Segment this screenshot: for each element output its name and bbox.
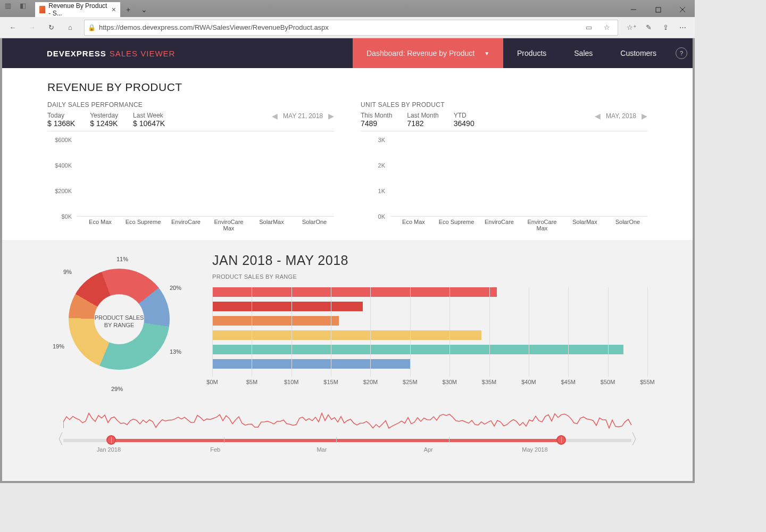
units-prev-button[interactable]: ◀	[595, 112, 601, 120]
units-title: UNIT SALES BY PRODUCT	[361, 101, 647, 109]
range-bar	[212, 302, 363, 311]
x-label: SolarOne	[296, 219, 332, 225]
chevron-down-icon: ▼	[484, 51, 489, 56]
timeline-month-label: Feb	[210, 446, 220, 453]
metric-thismonth-label: This Month	[361, 112, 392, 119]
brand-text-1: DEVEXPRESS	[47, 49, 106, 58]
brand-logo: DEVEXPRESS SALES VIEWER	[2, 38, 175, 68]
donut-center-2: BY RANGE	[47, 321, 191, 329]
app-header: DEVEXPRESS SALES VIEWER Dashboard: Reven…	[2, 38, 693, 68]
range-next-button[interactable]: 〉	[630, 429, 645, 450]
donut-chart: PRODUCT SALES BY RANGE 11%20%13%29%19%9%	[47, 253, 191, 396]
hx-label: $5M	[246, 379, 257, 385]
timeline-month-label: Jan 2018	[97, 446, 121, 453]
browser-tab[interactable]: Revenue By Product - S... ×	[35, 2, 120, 17]
nav-customers[interactable]: Customers	[606, 38, 670, 68]
hx-label: $50M	[601, 379, 615, 385]
browser-nav-bar: ← → ↻ ⌂ 🔒 https://demos.devexpress.com/R…	[0, 17, 695, 38]
daily-next-button[interactable]: ▶	[328, 112, 334, 120]
donut-slice-label: 19%	[53, 343, 64, 350]
minimize-button[interactable]	[621, 2, 646, 17]
x-label: SolarMax	[254, 219, 290, 225]
units-date-label: MAY, 2018	[606, 112, 636, 120]
url-text: https://demos.devexpress.com/RWA/SalesVi…	[99, 23, 329, 31]
refresh-button[interactable]: ↻	[43, 19, 60, 36]
lock-icon: 🔒	[88, 24, 96, 31]
reading-view-icon[interactable]: ▭	[581, 23, 596, 31]
metric-ytd-label: YTD	[454, 112, 474, 119]
donut-center-1: PRODUCT SALES	[47, 314, 191, 321]
x-label: Eco Max	[396, 219, 432, 225]
y-tick: $200K	[55, 188, 72, 194]
metric-ytd-value: 36490	[454, 119, 474, 128]
favorite-star-icon[interactable]: ☆	[600, 23, 614, 31]
metric-lastweek-value: $ 10647K	[133, 119, 165, 128]
win-group-icon[interactable]: ▥	[2, 0, 14, 14]
x-label: EnviroCare	[481, 219, 518, 225]
hx-label: $55M	[640, 379, 655, 385]
y-tick: $400K	[55, 162, 72, 169]
x-label: EnviroCare Max	[524, 219, 560, 231]
donut-slice-label: 13%	[170, 348, 181, 355]
range-bar	[212, 345, 623, 354]
maximize-button[interactable]	[646, 2, 670, 17]
metric-yesterday-value: $ 1249K	[90, 119, 118, 128]
close-window-button[interactable]	[670, 2, 695, 17]
win-dock-icon[interactable]: ◧	[17, 0, 29, 14]
range-prev-button[interactable]: 〈	[49, 429, 64, 450]
range-title: JAN 2018 - MAY 2018	[212, 253, 647, 268]
hx-label: $0M	[206, 379, 218, 385]
help-button[interactable]: ?	[670, 38, 693, 68]
x-label: SolarOne	[610, 219, 646, 225]
nav-products[interactable]: Products	[503, 38, 560, 68]
home-button[interactable]: ⌂	[62, 19, 79, 36]
metric-thismonth-value: 7489	[361, 119, 392, 128]
unit-sales-panel: UNIT SALES BY PRODUCT This Month7489 Las…	[361, 101, 647, 230]
range-bar	[212, 359, 410, 369]
units-next-button[interactable]: ▶	[642, 112, 647, 120]
favorites-icon[interactable]: ☆⁺	[623, 19, 639, 36]
units-bar-chart: 3K2K1K0K Eco MaxEco SupremeEnviroCareEnv…	[361, 140, 647, 230]
hx-label: $10M	[284, 379, 299, 385]
hx-label: $25M	[403, 379, 418, 385]
tab-close-icon[interactable]: ×	[112, 5, 116, 14]
range-bar	[212, 330, 481, 340]
donut-slice-label: 29%	[111, 386, 123, 392]
nav-sales[interactable]: Sales	[560, 38, 606, 68]
new-tab-button[interactable]: +	[120, 2, 136, 17]
timeline-month-label: Mar	[317, 446, 327, 453]
help-icon: ?	[676, 47, 687, 59]
daily-date-label: MAY 21, 2018	[283, 112, 323, 120]
nav-dashboard[interactable]: Dashboard: Revenue by Product ▼	[353, 38, 503, 68]
donut-slice-label: 20%	[170, 285, 181, 291]
y-tick: 3K	[378, 137, 385, 143]
hx-label: $35M	[482, 379, 497, 385]
tabs-dropdown-icon[interactable]: ⌄	[136, 2, 152, 17]
hx-label: $15M	[323, 379, 338, 385]
page-title: REVENUE BY PRODUCT	[47, 81, 647, 94]
hx-label: $40M	[521, 379, 536, 385]
x-label: EnviroCare	[168, 219, 204, 225]
forward-button[interactable]: →	[23, 19, 40, 36]
donut-slice-label: 11%	[116, 256, 128, 262]
daily-prev-button[interactable]: ◀	[272, 112, 278, 120]
x-label: Eco Supreme	[438, 219, 474, 225]
timeline-month-label: May 2018	[522, 446, 547, 453]
daily-bar-chart: $600K$400K$200K$0K Eco MaxEco SupremeEnv…	[47, 140, 334, 230]
daily-sales-panel: DAILY SALES PERFORMANCE Today$ 1368K Yes…	[47, 101, 334, 230]
notes-icon[interactable]: ✎	[640, 19, 656, 36]
metric-today-label: Today	[47, 112, 75, 119]
range-bar-chart: $0M$5M$10M$15M$20M$25M$30M$35M$40M$45M$5…	[212, 287, 647, 388]
donut-slice-label: 9%	[63, 269, 72, 275]
range-subtitle: PRODUCT SALES BY RANGE	[212, 273, 647, 280]
share-icon[interactable]: ⇪	[657, 19, 673, 36]
more-icon[interactable]: ⋯	[675, 19, 690, 36]
back-button[interactable]: ←	[4, 19, 21, 36]
address-bar[interactable]: 🔒 https://demos.devexpress.com/RWA/Sales…	[84, 20, 618, 36]
metric-today-value: $ 1368K	[47, 119, 75, 128]
x-label: EnviroCare Max	[211, 219, 247, 231]
range-selector: 〈 〉 Jan 2018FebMarAprMay 2018	[47, 410, 647, 463]
daily-title: DAILY SALES PERFORMANCE	[47, 101, 334, 109]
y-tick: 1K	[378, 188, 385, 194]
sparkline	[63, 412, 632, 435]
